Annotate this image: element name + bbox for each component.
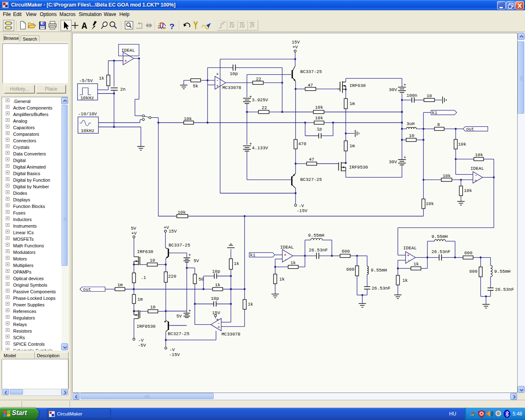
svg-text:-V: -V (138, 338, 144, 343)
svg-text:10k: 10k (315, 105, 323, 110)
svg-text:9.55mH: 9.55mH (308, 233, 324, 238)
svg-text:+: + (475, 178, 477, 183)
svg-text:MC33078: MC33078 (222, 85, 241, 90)
svg-text:10k: 10k (184, 116, 192, 121)
svg-text:out: out (466, 127, 474, 132)
svg-text:10: 10 (150, 258, 155, 263)
svg-text:15V: 15V (169, 229, 177, 234)
svg-text:+V: +V (131, 231, 137, 236)
svg-text:+: + (124, 59, 127, 64)
svg-text:47: 47 (309, 157, 314, 162)
svg-text:IDEAL: IDEAL (403, 246, 417, 251)
svg-text:1m: 1m (117, 283, 123, 288)
svg-text:3uH: 3uH (406, 121, 415, 126)
svg-text:5k: 5k (193, 84, 199, 89)
svg-text:22: 22 (256, 77, 261, 82)
svg-text:10: 10 (409, 133, 414, 138)
svg-text:-: - (284, 257, 287, 262)
svg-text:+: + (217, 325, 220, 330)
svg-text:-5V: -5V (138, 343, 146, 348)
svg-text:600: 600 (469, 269, 477, 274)
svg-text:out: out (83, 287, 91, 292)
svg-text:?: ? (169, 22, 175, 32)
svg-text:10k: 10k (443, 173, 451, 178)
svg-text:26.53nF: 26.53nF (309, 248, 328, 253)
svg-text:MC33078: MC33078 (221, 332, 240, 337)
svg-text:22: 22 (262, 105, 267, 110)
svg-text:4.133V: 4.133V (252, 146, 268, 151)
svg-text:1k: 1k (290, 260, 296, 265)
svg-text:10p: 10p (211, 296, 219, 301)
svg-text:BC327-25: BC327-25 (300, 177, 322, 182)
svg-text:-: - (216, 78, 219, 83)
svg-text:10k: 10k (315, 116, 323, 121)
svg-text:1k: 1k (402, 278, 408, 283)
svg-text:+: + (404, 83, 406, 87)
svg-text:-15V: -15V (169, 352, 180, 357)
svg-text:220: 220 (168, 274, 176, 279)
svg-text:10k: 10k (475, 153, 483, 158)
svg-text:100n: 100n (406, 93, 417, 98)
svg-text:A: A (82, 21, 87, 32)
svg-text:1k: 1k (413, 262, 419, 267)
svg-text:10: 10 (427, 94, 432, 98)
svg-text:+: + (189, 309, 191, 313)
svg-text:-V: -V (299, 203, 304, 208)
svg-text:47: 47 (308, 83, 313, 88)
svg-text:470: 470 (298, 142, 306, 146)
svg-text:10k: 10k (426, 201, 434, 206)
svg-text:10k: 10k (464, 188, 472, 193)
svg-text:.1: .1 (141, 275, 146, 280)
svg-text:1k: 1k (279, 277, 285, 282)
svg-text:IDEAL: IDEAL (280, 245, 294, 250)
svg-text:1m: 1m (137, 297, 143, 302)
svg-text:2n: 2n (120, 87, 126, 92)
svg-text:+: + (216, 84, 219, 89)
svg-text:1k: 1k (215, 283, 221, 288)
svg-text:+: + (216, 72, 219, 77)
svg-text:-: - (475, 173, 477, 178)
svg-text:5V: 5V (131, 226, 137, 231)
svg-text:IDEAL: IDEAL (470, 166, 484, 171)
svg-text:10k: 10k (458, 142, 466, 147)
svg-text:50: 50 (199, 277, 204, 282)
svg-text:1p: 1p (317, 127, 322, 132)
svg-text:IRF630: IRF630 (349, 83, 366, 88)
svg-text:1k: 1k (234, 261, 240, 266)
svg-text:26.53nF: 26.53nF (372, 286, 390, 291)
svg-text:26.53nF: 26.53nF (431, 249, 450, 254)
svg-text:26.53nF: 26.53nF (495, 287, 514, 292)
svg-text:IRF9530: IRF9530 (349, 165, 368, 170)
svg-text:+V: +V (292, 45, 298, 50)
svg-text:600: 600 (346, 267, 354, 272)
svg-text:10kHz: 10kHz (81, 128, 94, 133)
svg-text:ki: ki (432, 110, 438, 115)
svg-text:15V: 15V (292, 40, 300, 45)
svg-text:BC327-25: BC327-25 (168, 331, 189, 336)
svg-text:IRF630: IRF630 (137, 249, 153, 254)
svg-text:3.925V: 3.925V (252, 98, 268, 103)
svg-text:10kHz: 10kHz (80, 96, 94, 100)
svg-text:8: 8 (437, 122, 440, 127)
svg-text:+: + (189, 253, 191, 258)
svg-text:-: - (407, 258, 410, 262)
svg-text:600: 600 (464, 251, 472, 256)
svg-text:30V: 30V (389, 87, 397, 92)
svg-text:-: - (124, 53, 127, 58)
svg-text:-10/10V: -10/10V (78, 112, 97, 116)
svg-text:1k: 1k (99, 76, 105, 81)
svg-text:5V: 5V (194, 258, 199, 263)
svg-text:10k: 10k (178, 210, 186, 215)
svg-text:1m: 1m (349, 101, 355, 106)
svg-text:600: 600 (342, 249, 350, 254)
svg-text:-5/5V: -5/5V (79, 78, 93, 83)
svg-text:9.55mH: 9.55mH (431, 234, 448, 239)
svg-text:-V: -V (169, 347, 175, 352)
svg-text:9.55mH: 9.55mH (494, 269, 511, 274)
svg-text:5V: 5V (176, 314, 182, 319)
svg-text:10p: 10p (212, 269, 220, 274)
svg-text:30V: 30V (389, 160, 397, 164)
svg-text:BC337-25: BC337-25 (300, 69, 322, 74)
svg-text:+: + (404, 155, 406, 160)
svg-text:BC337-25: BC337-25 (169, 243, 190, 248)
